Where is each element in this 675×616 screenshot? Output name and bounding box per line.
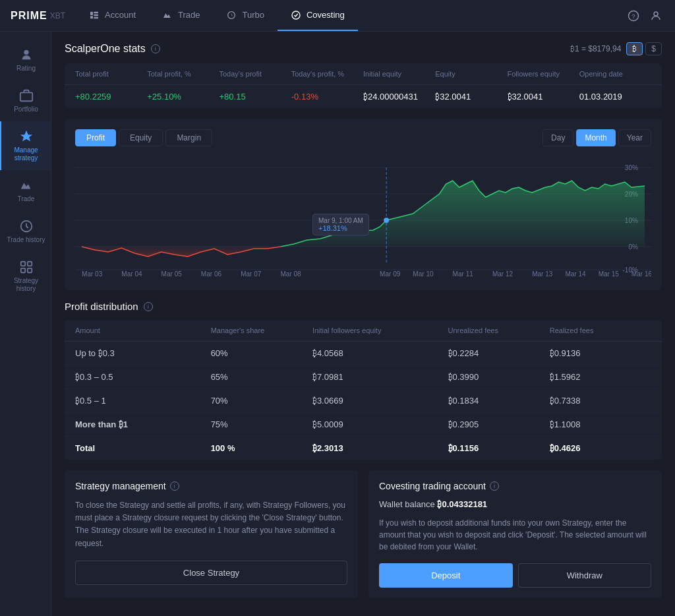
dist-row-3: More than ₿1 75% ₿5.0009 ₿0.2905 ₿1.1008: [65, 413, 662, 437]
withdraw-button[interactable]: Withdraw: [518, 563, 652, 588]
col-initial-equity: Initial equity: [363, 70, 435, 78]
dist-unrealized-1: ₿0.3990: [448, 372, 550, 382]
wallet-info-text: If you wish to deposit additional funds …: [379, 517, 651, 553]
strategy-mgmt-description: To close the Strategy and settle all pro…: [75, 499, 347, 550]
top-navigation: PRIME XBT Account Trade Turbo Covesting …: [0, 0, 675, 32]
close-strategy-button[interactable]: Close Strategy: [75, 561, 347, 585]
currency-btc-btn[interactable]: ₿: [626, 42, 643, 55]
profit-dist-title: Profit distribution i: [65, 301, 662, 312]
help-icon[interactable]: ?: [628, 10, 639, 22]
dist-init-3: ₿5.0009: [312, 419, 448, 429]
dist-unrealized-0: ₿0.2284: [448, 348, 550, 358]
col-todays-profit-pct: Today's profit, %: [291, 70, 363, 78]
svg-rect-11: [20, 92, 32, 101]
strategy-mgmt-info-icon[interactable]: i: [170, 481, 179, 491]
sidebar-rating-label: Rating: [16, 65, 36, 73]
chart-controls: Profit Equity Margin Day Month Year: [75, 129, 651, 146]
bottom-panels: Strategy management i To close the Strat…: [65, 470, 662, 598]
svg-text:Mar 07: Mar 07: [241, 270, 262, 278]
nav-covesting[interactable]: Covesting: [278, 0, 358, 31]
trade-history-icon: [19, 219, 34, 233]
profit-dist-info-icon[interactable]: i: [144, 302, 153, 311]
stats-info-icon[interactable]: i: [151, 44, 160, 53]
col-equity: Equity: [435, 70, 507, 78]
sidebar-item-rating[interactable]: Rating: [0, 40, 51, 80]
sidebar-item-strategy-history[interactable]: Strategy history: [0, 252, 51, 301]
sidebar-item-trade-history[interactable]: Trade history: [0, 211, 51, 252]
dist-share-total: 100 %: [211, 443, 312, 453]
chart-wrapper: 30% 20% 10% 0% -10%: [75, 154, 651, 280]
svg-text:Mar 05: Mar 05: [161, 270, 183, 278]
portfolio-icon: [19, 88, 34, 103]
logo: PRIME XBT: [0, 10, 76, 22]
chart-tab-profit[interactable]: Profit: [75, 129, 116, 146]
chart-tabs: Profit Equity Margin: [75, 129, 212, 146]
strategy-mgmt-title-text: Strategy management: [75, 481, 166, 491]
chart-tooltip: Mar 9, 1:00 AM +18.31%: [312, 214, 369, 235]
val-todays-profit-pct: -0.13%: [291, 92, 363, 102]
chart-section: Profit Equity Margin Day Month Year: [65, 119, 662, 290]
svg-rect-3: [94, 14, 98, 16]
dist-realized-0: ₿0.9136: [550, 348, 651, 358]
stats-rate-value: ₿1 = $8179,94: [570, 44, 621, 53]
dist-amount-1: ₿0.3 – 0.5: [75, 372, 211, 382]
tooltip-label: Mar 9, 1:00 AM: [318, 217, 363, 224]
svg-rect-16: [27, 268, 31, 272]
dist-row-1: ₿0.3 – 0.5 65% ₿7.0981 ₿0.3990 ₿1.5962: [65, 365, 662, 389]
val-total-profit: +80.2259: [75, 92, 147, 102]
dist-amount-total: Total: [75, 443, 211, 453]
period-tab-day[interactable]: Day: [543, 129, 573, 146]
currency-usd-btn[interactable]: $: [645, 42, 662, 55]
dist-realized-2: ₿0.7338: [550, 396, 651, 406]
dist-row-2: ₿0.5 – 1 70% ₿3.0669 ₿0.1834 ₿0.7338: [65, 389, 662, 413]
svg-text:Mar 04: Mar 04: [121, 270, 142, 278]
trade-icon: [19, 178, 34, 193]
dist-col-share: Manager's share: [211, 326, 312, 334]
btn-group: Deposit Withdraw: [379, 563, 651, 588]
tooltip-value: +18.31%: [318, 224, 363, 232]
deposit-button[interactable]: Deposit: [379, 563, 513, 588]
svg-text:?: ?: [631, 12, 635, 19]
svg-point-9: [654, 12, 658, 16]
main-content: ScalperOne stats i ₿1 = $8179,94 ₿ $ Tot…: [51, 32, 675, 616]
nav-account[interactable]: Account: [76, 0, 149, 31]
logo-prime: PRIME: [11, 10, 47, 22]
period-tab-year[interactable]: Year: [618, 129, 651, 146]
sidebar: Rating Portfolio Manage strategy Trade T…: [0, 32, 51, 616]
svg-rect-1: [90, 16, 93, 18]
covesting-account-title-text: Covesting trading account: [379, 481, 486, 491]
sidebar-item-manage-strategy[interactable]: Manage strategy: [0, 121, 51, 170]
stats-rate-area: ₿1 = $8179,94 ₿ $: [570, 42, 662, 55]
sidebar-item-portfolio[interactable]: Portfolio: [0, 80, 51, 121]
stats-header: ScalperOne stats i ₿1 = $8179,94 ₿ $: [65, 42, 662, 55]
dist-realized-1: ₿1.5962: [550, 372, 651, 382]
wallet-balance: Wallet balance ₿0.04332181: [379, 499, 651, 509]
covesting-account-title: Covesting trading account i: [379, 481, 651, 491]
nav-turbo[interactable]: Turbo: [213, 0, 277, 31]
svg-point-10: [24, 50, 28, 55]
dist-init-1: ₿7.0981: [312, 372, 448, 382]
dist-init-2: ₿3.0669: [312, 396, 448, 406]
col-todays-profit: Today's profit: [220, 70, 291, 78]
svg-rect-2: [94, 11, 98, 13]
dist-amount-0: Up to ₿0.3: [75, 348, 211, 358]
chart-tab-equity[interactable]: Equity: [119, 129, 163, 146]
sidebar-item-trade[interactable]: Trade: [0, 170, 51, 211]
strategy-history-icon: [19, 260, 34, 274]
stats-title: ScalperOne stats i: [65, 43, 160, 55]
nav-items: Account Trade Turbo Covesting: [76, 0, 358, 31]
sidebar-strategy-history-label: Strategy history: [7, 277, 45, 293]
covesting-account-info-icon[interactable]: i: [490, 481, 499, 491]
logo-xbt: XBT: [50, 11, 65, 20]
period-tab-month[interactable]: Month: [576, 129, 615, 146]
svg-text:Mar 13: Mar 13: [532, 270, 553, 278]
dist-share-2: 70%: [211, 396, 312, 406]
stats-table: Total profit Total profit, % Today's pro…: [65, 63, 662, 108]
user-icon[interactable]: [650, 10, 662, 22]
svg-text:Mar 10: Mar 10: [413, 270, 434, 278]
col-total-profit-pct: Total profit, %: [147, 70, 219, 78]
dist-unrealized-2: ₿0.1834: [448, 396, 550, 406]
nav-trade[interactable]: Trade: [149, 0, 213, 31]
chart-tab-margin[interactable]: Margin: [165, 129, 212, 146]
dist-row-0: Up to ₿0.3 60% ₿4.0568 ₿0.2284 ₿0.9136: [65, 342, 662, 365]
